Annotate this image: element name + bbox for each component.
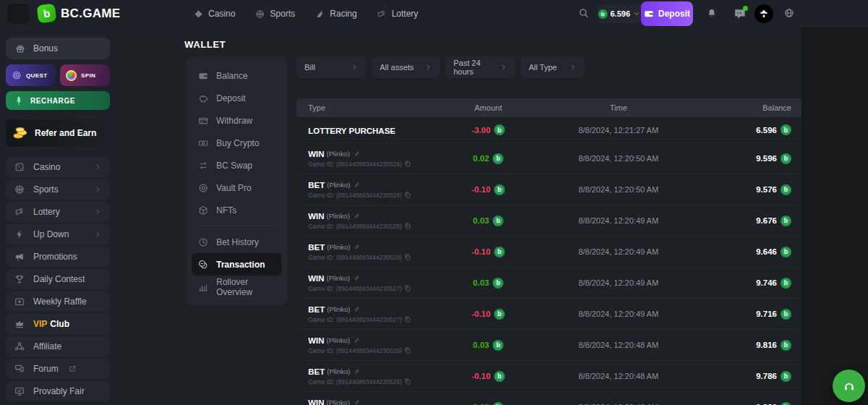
copy-icon[interactable] <box>404 161 411 167</box>
sidebar-item-vip-club[interactable]: VIPClub <box>6 314 110 334</box>
menu-divider <box>195 226 278 226</box>
wallet-submenu: Balance Deposit Withdraw Buy Crypto BC S… <box>186 56 287 306</box>
refer-label: Refer and Earn <box>35 128 96 138</box>
wallet-menu-vault-pro[interactable]: Vault Pro <box>192 176 281 199</box>
sidebar-bonus-button[interactable]: Bonus <box>6 38 110 59</box>
copy-icon[interactable] <box>404 378 411 385</box>
time-cell: 8/8/2024, 12:20:50 AM <box>542 185 694 194</box>
game-id: Game ID: (891440893444230529) <box>308 161 401 168</box>
language-globe-icon[interactable] <box>784 8 794 18</box>
bet-link-icon[interactable] <box>354 337 360 344</box>
copy-icon[interactable] <box>404 316 411 323</box>
balance-selector[interactable]: b 6.596 <box>597 4 641 23</box>
bcgame-logo-icon: b <box>36 3 56 23</box>
transaction-type-cell: BET (Plinko) Game ID: (89144089344423052… <box>297 243 434 261</box>
bet-link-icon[interactable] <box>354 275 360 281</box>
sidebar-item-provably-fair[interactable]: Provably Fair <box>6 381 110 401</box>
balance-cell: 9.886b <box>694 402 801 405</box>
chevron-down-icon <box>633 10 640 17</box>
transaction-table: TypeAmountTimeBalance LOTTERY PURCHASE -… <box>297 98 801 405</box>
quest-target-icon <box>12 70 22 80</box>
wallet-menu-withdraw[interactable]: Withdraw <box>192 109 281 132</box>
wallet-menu-bet-history[interactable]: Bet History <box>192 231 281 253</box>
game-id: Game ID: (891440893444230528) <box>308 223 401 230</box>
sidebar-item-up-down[interactable]: Up Down <box>6 224 110 244</box>
nav-lottery[interactable]: Lottery <box>377 9 418 19</box>
dice-icon <box>14 162 25 172</box>
sidebar-spin-button[interactable]: SPIN <box>60 64 110 86</box>
copy-icon[interactable] <box>404 285 411 291</box>
wallet-menu-deposit[interactable]: Deposit <box>192 87 281 109</box>
wallet-menu-rollover-overview[interactable]: Rollover Overview <box>192 276 281 298</box>
sidebar-recharge-button[interactable]: RECHARGE <box>6 91 110 110</box>
copy-icon[interactable] <box>404 347 411 354</box>
notifications-bell-icon[interactable] <box>707 8 717 18</box>
bet-link-icon[interactable] <box>354 150 360 157</box>
filter-label: Past 24 hours <box>454 59 500 76</box>
bet-link-icon[interactable] <box>354 306 360 312</box>
sidebar-item-lottery[interactable]: Lottery <box>6 202 110 222</box>
filter-bill[interactable]: Bill <box>297 56 366 78</box>
bc-coin-icon: b <box>493 402 503 405</box>
bet-link-icon[interactable] <box>354 182 360 188</box>
amount-cell: 0.03b <box>434 402 542 405</box>
sidebar-refer-and-earn[interactable]: Refer and Earn <box>6 119 110 147</box>
bet-link-icon[interactable] <box>354 244 360 250</box>
left-sidebar: Bonus QUEST SPIN RECHARGE Refer and Earn… <box>0 27 116 405</box>
horse-icon <box>315 9 325 19</box>
sidebar-item-forum[interactable]: Forum <box>6 359 110 379</box>
transaction-type-cell: BET (Plinko) Game ID: (89144089344423052… <box>297 367 434 385</box>
wallet-menu-bc-swap[interactable]: BC Swap <box>192 154 281 176</box>
sidebar-item-affiliate[interactable]: Affiliate <box>6 336 110 357</box>
filter-all-type[interactable]: All Type <box>521 56 584 78</box>
sidebar-item-label: Sports <box>33 184 59 195</box>
balance-cell: 9.716b <box>694 309 801 320</box>
filter-past-24-hours[interactable]: Past 24 hours <box>446 56 515 78</box>
support-button[interactable] <box>833 370 865 402</box>
wallet-menu-transaction[interactable]: Transaction <box>192 253 281 276</box>
sidebar-menu: Casino Sports Lottery Up Down Promotions… <box>6 157 110 401</box>
transaction-icon <box>198 260 208 270</box>
bcgame-logo[interactable]: b BC.GAME <box>38 4 120 22</box>
deposit-button[interactable]: Deposit <box>641 1 693 26</box>
copy-icon[interactable] <box>404 223 411 229</box>
sidebar-item-casino[interactable]: Casino <box>6 157 110 177</box>
bc-coin-icon: b <box>494 124 505 135</box>
user-avatar[interactable] <box>754 4 773 23</box>
balance-cell: 6.596b <box>694 124 801 135</box>
sidebar-item-sports[interactable]: Sports <box>6 179 110 200</box>
wallet-menu-balance[interactable]: Balance <box>192 64 281 87</box>
time-cell: 8/8/2024, 12:20:48 AM <box>542 372 694 380</box>
bet-link-icon[interactable] <box>354 368 360 375</box>
trophy-icon <box>14 274 25 284</box>
nav-racing[interactable]: Racing <box>315 9 357 19</box>
sidebar-quest-button[interactable]: QUEST <box>6 64 56 86</box>
bc-coin-icon: b <box>780 278 791 289</box>
hamburger-menu-button[interactable] <box>7 4 29 24</box>
sidebar-item-promotions[interactable]: Promotions <box>6 247 110 267</box>
wallet-item-label: BC Swap <box>216 161 252 171</box>
bc-coin-icon: b <box>780 309 791 320</box>
bc-coin-icon: b <box>493 216 503 226</box>
bet-link-icon[interactable] <box>354 213 360 219</box>
nft-icon <box>198 205 208 216</box>
copy-icon[interactable] <box>404 192 411 198</box>
wallet-menu-buy-crypto[interactable]: Buy Crypto <box>192 132 281 154</box>
bet-link-icon[interactable] <box>354 399 360 405</box>
wallet-menu-nfts[interactable]: NFTs <box>192 199 281 221</box>
filter-all-assets[interactable]: All assets <box>372 56 440 78</box>
wallet-item-label: Buy Crypto <box>216 138 259 148</box>
balance-cell: 9.786b <box>694 371 801 382</box>
bc-coin-icon: b <box>780 371 791 382</box>
sidebar-item-weekly-raffle[interactable]: Weekly Raffle <box>6 291 110 312</box>
filter-label: Bill <box>305 63 315 72</box>
nav-casino[interactable]: Casino <box>194 9 235 19</box>
nav-sports[interactable]: Sports <box>255 9 295 19</box>
crown-icon <box>14 319 25 329</box>
copy-icon[interactable] <box>404 254 411 260</box>
search-icon[interactable] <box>579 8 589 18</box>
sidebar-item-daily-contest[interactable]: Daily Contest <box>6 269 110 289</box>
time-cell: 8/8/2024, 12:20:49 AM <box>542 278 694 287</box>
bc-coin-icon: b <box>780 340 791 351</box>
chat-icon[interactable] <box>733 7 746 20</box>
